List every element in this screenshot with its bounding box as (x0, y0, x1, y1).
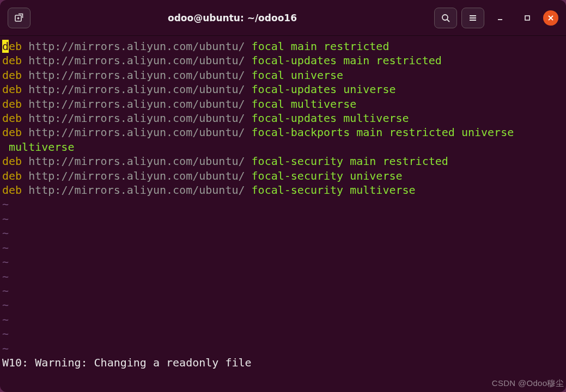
tilde: ~ (2, 342, 9, 355)
window-title: odoo@ubuntu: ~/odoo16 (35, 13, 430, 23)
svg-rect-2 (525, 16, 530, 20)
line-components: focal universe (252, 69, 344, 82)
line-url: http://mirrors.aliyun.com/ubuntu/ (28, 54, 245, 67)
line-url: http://mirrors.aliyun.com/ubuntu/ (28, 126, 245, 139)
line-components-wrap: multiverse (2, 140, 74, 154)
tilde: ~ (2, 255, 9, 268)
line-url: http://mirrors.aliyun.com/ubuntu/ (28, 83, 245, 96)
watermark: CSDN @Odoo穆尘 (492, 378, 564, 389)
editor-line: deb http://mirrors.aliyun.com/ubuntu/ fo… (2, 39, 564, 53)
line-components: focal-security multiverse (252, 183, 416, 197)
empty-line-tilde: ~ (2, 284, 564, 298)
line-url: http://mirrors.aliyun.com/ubuntu/ (28, 155, 245, 168)
line-components: focal-updates main restricted (252, 54, 442, 67)
maximize-button[interactable] (516, 8, 539, 28)
tilde: ~ (2, 298, 9, 311)
tilde: ~ (2, 198, 9, 211)
line-deb: deb (2, 155, 22, 168)
line-url: http://mirrors.aliyun.com/ubuntu/ (28, 169, 245, 182)
line-deb: deb (2, 54, 22, 67)
tilde: ~ (2, 241, 9, 254)
line-components: focal-backports main restricted universe (252, 126, 514, 139)
close-button[interactable] (543, 10, 558, 26)
tilde: ~ (2, 284, 9, 297)
line-components: focal multiverse (252, 97, 357, 111)
editor-line: deb http://mirrors.aliyun.com/ubuntu/ fo… (2, 68, 564, 82)
empty-line-tilde: ~ (2, 327, 564, 341)
empty-line-tilde: ~ (2, 313, 564, 327)
line-components: focal-updates multiverse (252, 112, 409, 125)
editor-line: multiverse (2, 140, 564, 154)
editor-line: deb http://mirrors.aliyun.com/ubuntu/ fo… (2, 125, 564, 139)
new-tab-button[interactable] (8, 8, 31, 28)
editor-line: deb http://mirrors.aliyun.com/ubuntu/ fo… (2, 111, 564, 125)
editor-line: deb http://mirrors.aliyun.com/ubuntu/ fo… (2, 97, 564, 111)
line-deb: deb (2, 112, 22, 125)
empty-line-tilde: ~ (2, 255, 564, 269)
empty-line-tilde: ~ (2, 341, 564, 356)
tilde: ~ (2, 327, 9, 340)
editor-line: deb http://mirrors.aliyun.com/ubuntu/ fo… (2, 53, 564, 68)
tilde: ~ (2, 270, 9, 283)
tilde: ~ (2, 212, 9, 225)
status-line: W10: Warning: Changing a readonly file (2, 356, 564, 370)
line-deb: deb (2, 126, 22, 139)
menu-button[interactable] (461, 8, 484, 28)
empty-line-tilde: ~ (2, 226, 564, 240)
line-deb: eb (9, 40, 22, 53)
line-url: http://mirrors.aliyun.com/ubuntu/ (28, 40, 245, 53)
line-deb: deb (2, 83, 22, 96)
editor-line: deb http://mirrors.aliyun.com/ubuntu/ fo… (2, 154, 564, 168)
line-components: focal-security main restricted (252, 155, 448, 168)
editor-line: deb http://mirrors.aliyun.com/ubuntu/ fo… (2, 183, 564, 197)
line-url: http://mirrors.aliyun.com/ubuntu/ (28, 112, 245, 125)
empty-line-tilde: ~ (2, 212, 564, 226)
empty-line-tilde: ~ (2, 298, 564, 312)
terminal-window: odoo@ubuntu: ~/odoo16 deb htt (0, 0, 566, 392)
tilde: ~ (2, 226, 9, 240)
line-deb: deb (2, 69, 22, 82)
line-deb: deb (2, 97, 22, 111)
empty-line-tilde: ~ (2, 197, 564, 211)
line-components: focal main restricted (252, 40, 389, 53)
line-deb: deb (2, 169, 22, 182)
line-url: http://mirrors.aliyun.com/ubuntu/ (28, 69, 245, 82)
minimize-button[interactable] (489, 8, 512, 28)
line-components: focal-security universe (252, 169, 403, 182)
editor-line: deb http://mirrors.aliyun.com/ubuntu/ fo… (2, 169, 564, 183)
tilde: ~ (2, 313, 9, 326)
empty-line-tilde: ~ (2, 241, 564, 255)
search-button[interactable] (434, 8, 457, 28)
line-url: http://mirrors.aliyun.com/ubuntu/ (28, 183, 245, 197)
line-components: focal-updates universe (252, 83, 396, 96)
line-deb: deb (2, 183, 22, 197)
cursor: d (2, 40, 9, 53)
editor-line: deb http://mirrors.aliyun.com/ubuntu/ fo… (2, 82, 564, 96)
line-url: http://mirrors.aliyun.com/ubuntu/ (28, 97, 245, 111)
svg-point-1 (442, 15, 448, 20)
empty-line-tilde: ~ (2, 270, 564, 284)
terminal-body[interactable]: deb http://mirrors.aliyun.com/ubuntu/ fo… (0, 36, 566, 392)
titlebar: odoo@ubuntu: ~/odoo16 (0, 0, 566, 36)
